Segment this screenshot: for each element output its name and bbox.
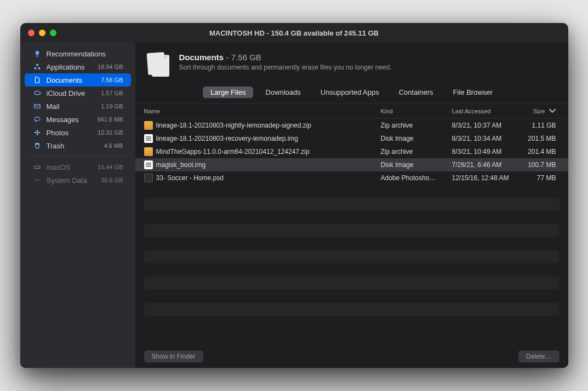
apps-icon (32, 63, 42, 71)
sidebar: RecommendationsApplications18.94 GBDocum… (20, 43, 135, 368)
sidebar-item-label: Photos (47, 129, 98, 137)
file-date: 8/3/21, 10:34 AM (448, 135, 519, 142)
table-header: Name Kind Last Accessed Size (135, 104, 568, 119)
file-date: 7/28/21, 6:46 AM (448, 161, 519, 169)
file-name: magisk_boot.img (156, 161, 206, 169)
file-date: 8/3/21, 10:49 AM (448, 148, 519, 156)
file-psd-icon (144, 174, 153, 182)
svg-point-13 (38, 180, 39, 181)
titlebar[interactable]: MACINTOSH HD - 150.4 GB available of 245… (20, 23, 568, 43)
main-pane: Documents - 7.56 GB Sort through documen… (135, 43, 568, 368)
doc-icon (32, 76, 42, 84)
table-row[interactable]: MindTheGapps-11.0.0-arm64-20210412_12424… (135, 145, 568, 158)
sidebar-item-trash[interactable]: Trash4.6 MB (25, 139, 131, 152)
sidebar-item-size: 1.19 GB (101, 103, 123, 110)
svg-point-0 (36, 64, 38, 66)
sidebar-item-icloud-drive[interactable]: iCloud Drive1.57 GB (25, 87, 131, 100)
sidebar-item-size: 7.56 GB (101, 77, 123, 83)
file-name: MindTheGapps-11.0.0-arm64-20210412_12424… (156, 148, 310, 156)
file-kind: Adobe Photosho… (376, 174, 448, 182)
table-row[interactable]: 33- Soccer - Home.psdAdobe Photosho…12/1… (135, 171, 568, 185)
sidebar-item-applications[interactable]: Applications18.94 GB (25, 60, 131, 73)
msg-icon (32, 116, 42, 123)
bulb-icon (32, 50, 42, 58)
section-subtitle: Sort through documents and permanently e… (179, 64, 392, 71)
sidebar-item-label: Mail (47, 102, 101, 111)
file-kind: Disk Image (376, 161, 448, 169)
sidebar-item-label: Documents (47, 76, 101, 84)
sidebar-item-size: 10.31 GB (98, 129, 123, 136)
svg-point-6 (36, 134, 37, 136)
svg-point-1 (34, 67, 36, 70)
empty-row (144, 224, 560, 237)
sidebar-item-size: 15.44 GB (98, 164, 123, 170)
file-date: 12/15/16, 12:48 AM (448, 174, 519, 182)
show-in-finder-button[interactable]: Show in Finder (144, 350, 203, 363)
trash-icon (32, 142, 42, 150)
col-kind[interactable]: Kind (376, 107, 448, 116)
col-name[interactable]: Name (135, 107, 376, 116)
table-row[interactable]: lineage-18.1-20210803-nightly-lemonadep-… (135, 119, 568, 132)
svg-rect-3 (34, 105, 40, 108)
empty-row (144, 277, 560, 290)
svg-point-5 (36, 130, 37, 132)
file-size: 201.5 MB (519, 135, 568, 142)
cloud-icon (32, 89, 42, 97)
sidebar-item-label: Applications (47, 63, 98, 71)
sidebar-item-label: iCloud Drive (47, 89, 101, 97)
table-row[interactable]: lineage-18.1-20210803-recovery-lemonadep… (135, 132, 568, 145)
file-size: 100.7 MB (519, 161, 568, 169)
chevron-down-icon (549, 107, 556, 116)
sidebar-item-macos: macOS15.44 GB (25, 160, 131, 174)
sidebar-item-label: Recommendations (47, 50, 123, 58)
section-size: - 7.56 GB (226, 53, 261, 62)
sidebar-item-documents[interactable]: Documents7.56 GB (25, 73, 131, 87)
table-row[interactable]: magisk_boot.imgDisk Image7/28/21, 6:46 A… (135, 158, 568, 171)
tab-downloads[interactable]: Downloads (258, 87, 308, 98)
sidebar-item-label: Messages (47, 116, 98, 124)
file-name: lineage-18.1-20210803-nightly-lemonadep-… (156, 122, 312, 129)
file-name: 33- Soccer - Home.psd (156, 174, 224, 182)
file-img-icon (144, 160, 153, 169)
tab-unsupported-apps[interactable]: Unsupported Apps (313, 87, 387, 98)
tab-containers[interactable]: Containers (391, 87, 441, 98)
section-title: Documents (179, 53, 224, 62)
file-size: 77 MB (519, 174, 568, 182)
footer: Show in Finder Delete… (135, 345, 568, 368)
sidebar-divider (28, 156, 128, 157)
section-header: Documents - 7.56 GB Sort through documen… (135, 43, 568, 83)
tab-large-files[interactable]: Large Files (203, 87, 253, 98)
sidebar-item-size: 38.6 GB (101, 177, 123, 183)
col-date[interactable]: Last Accessed (448, 107, 519, 116)
svg-point-10 (38, 167, 39, 168)
sidebar-item-label: System Data (47, 176, 101, 185)
file-list[interactable]: lineage-18.1-20210803-nightly-lemonadep-… (135, 119, 568, 345)
svg-point-7 (34, 132, 36, 133)
file-size: 1.11 GB (519, 122, 568, 129)
window-title: MACINTOSH HD - 150.4 GB available of 245… (20, 29, 568, 37)
tab-file-browser[interactable]: File Browser (446, 87, 500, 98)
sidebar-item-label: macOS (47, 163, 98, 171)
mail-icon (32, 102, 42, 110)
sidebar-item-recommendations[interactable]: Recommendations (25, 47, 131, 60)
sidebar-item-size: 18.94 GB (98, 64, 123, 70)
col-size[interactable]: Size (519, 107, 568, 116)
sidebar-item-photos[interactable]: Photos10.31 GB (25, 126, 131, 139)
svg-point-2 (38, 67, 40, 70)
empty-row (144, 250, 560, 263)
sidebar-item-mail[interactable]: Mail1.19 GB (25, 100, 131, 113)
empty-row (144, 303, 560, 316)
storage-management-window: MACINTOSH HD - 150.4 GB available of 245… (20, 23, 568, 368)
svg-point-4 (36, 131, 38, 134)
svg-point-11 (35, 180, 36, 181)
delete-button[interactable]: Delete… (518, 350, 560, 363)
documents-icon (146, 53, 170, 77)
drive-icon (32, 163, 42, 171)
file-name: lineage-18.1-20210803-recovery-lemonadep… (156, 135, 299, 142)
file-size: 201.4 MB (519, 148, 568, 156)
svg-point-12 (36, 180, 37, 181)
file-kind: Disk Image (376, 135, 448, 142)
tab-bar: Large FilesDownloadsUnsupported AppsCont… (135, 83, 568, 104)
sidebar-item-size: 941.6 MB (97, 116, 123, 123)
sidebar-item-messages[interactable]: Messages941.6 MB (25, 113, 131, 126)
